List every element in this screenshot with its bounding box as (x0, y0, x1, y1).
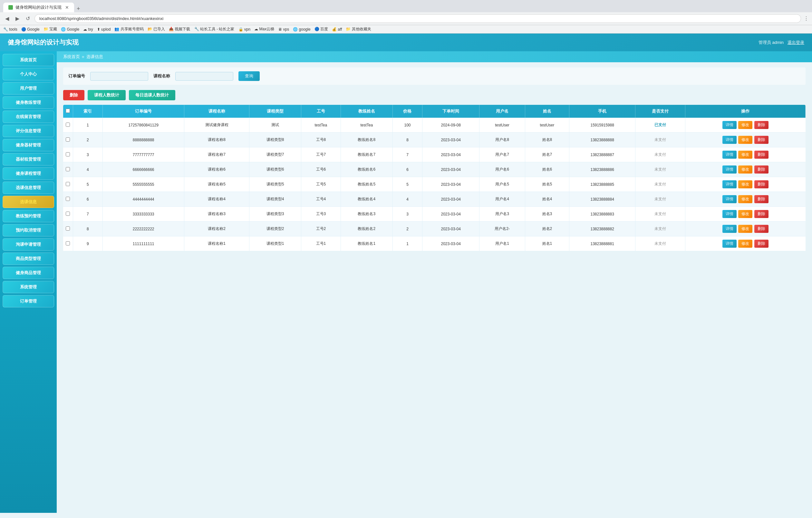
row-phone: 13823888887 (569, 147, 635, 162)
delete-button[interactable]: 删除 (754, 240, 768, 248)
sidebar-item-products[interactable]: 健身商品管理 (3, 267, 54, 279)
data-table: 索引 订单编号 课程名称 课程类型 工号 教练姓名 价格 下单时间 用户名 姓名 (63, 105, 806, 251)
detail-button[interactable]: 详情 (722, 151, 736, 159)
edit-button[interactable]: 修改 (738, 165, 752, 173)
extensions-icon[interactable]: ⋮ (804, 16, 809, 22)
back-button[interactable]: ◀ (3, 15, 11, 22)
delete-button[interactable]: 删除 (754, 195, 768, 203)
delete-button[interactable]: 删除 (754, 165, 768, 173)
sidebar-item-orders[interactable]: 订单管理 (3, 295, 54, 307)
bookmark-vps[interactable]: 🖥 vps (278, 26, 289, 32)
table-header-row: 索引 订单编号 课程名称 课程类型 工号 教练姓名 价格 下单时间 用户名 姓名 (63, 105, 806, 118)
sidebar-item-course-info[interactable]: 选课信息 (3, 196, 54, 208)
bookmark-tools[interactable]: 🔧 tools (3, 26, 18, 32)
row-order-no: 17257860841129 (103, 118, 184, 133)
bookmark-baocang[interactable]: 📁 宝藏 (44, 26, 57, 32)
sidebar-item-courses[interactable]: 健身课程管理 (3, 167, 54, 180)
bookmark-aff[interactable]: 💰 aff (332, 26, 342, 32)
sidebar-item-system[interactable]: 系统管理 (3, 281, 54, 293)
sidebar-item-home[interactable]: 系统首页 (3, 54, 54, 66)
row-select-checkbox[interactable] (66, 212, 70, 216)
delete-button[interactable]: 删除 (754, 121, 768, 129)
batch-delete-button[interactable]: 删除 (63, 90, 84, 100)
bookmark-maxcloud[interactable]: ☁ Max云梯 (254, 26, 274, 32)
bookmark-txy[interactable]: ☁ txy (83, 26, 93, 32)
row-coach-name: testTea (341, 118, 393, 133)
row-username: 用户名5 (480, 177, 525, 192)
sidebar-item-messages[interactable]: 在线留言管理 (3, 111, 54, 123)
sidebar-item-users[interactable]: 用户管理 (3, 82, 54, 94)
delete-button[interactable]: 删除 (754, 210, 768, 218)
course-stats-button[interactable]: 课程人数统计 (88, 90, 126, 100)
bookmark-vpn[interactable]: 🔒 vpn (238, 26, 251, 32)
edit-button[interactable]: 修改 (738, 151, 752, 159)
query-button[interactable]: 查询 (238, 71, 260, 81)
bookmark-video-download[interactable]: 📥 视频下载 (169, 26, 190, 32)
row-select-checkbox[interactable] (66, 167, 70, 171)
row-select-checkbox[interactable] (66, 122, 70, 127)
tab-close-button[interactable]: ✕ (65, 5, 69, 10)
bookmark-google3[interactable]: 🌐 google (293, 26, 310, 32)
detail-button[interactable]: 详情 (722, 121, 736, 129)
sidebar-item-equipment[interactable]: 健身器材管理 (3, 139, 54, 151)
row-course-name: 课程名称3 (184, 207, 250, 222)
row-username: 用户名7 (480, 147, 525, 162)
edit-button[interactable]: 修改 (738, 225, 752, 233)
detail-button[interactable]: 详情 (722, 225, 736, 233)
bookmark-imported[interactable]: 📂 已导入 (148, 26, 165, 32)
logout-button[interactable]: 退出登录 (787, 40, 804, 46)
bookmark-webmaster[interactable]: 🔧 站长工具 - 站长之家 (194, 26, 235, 32)
bookmark-uplod[interactable]: ⬆ uplod (97, 26, 111, 32)
detail-button[interactable]: 详情 (722, 240, 736, 248)
delete-button[interactable]: 删除 (754, 225, 768, 233)
row-actions: 详情 修改 删除 (685, 222, 806, 237)
detail-button[interactable]: 详情 (722, 210, 736, 218)
bookmark-other[interactable]: 📁 其他收藏夹 (346, 26, 371, 32)
edit-button[interactable]: 修改 (738, 121, 752, 129)
edit-button[interactable]: 修改 (738, 240, 752, 248)
edit-button[interactable]: 修改 (738, 210, 752, 218)
sidebar-item-profile[interactable]: 个人中心 (3, 68, 54, 80)
row-select-checkbox[interactable] (66, 226, 70, 230)
row-select-checkbox[interactable] (66, 152, 70, 157)
delete-button[interactable]: 删除 (754, 151, 768, 159)
address-bar[interactable] (34, 14, 801, 23)
course-name-input[interactable] (175, 72, 233, 81)
row-select-checkbox[interactable] (66, 197, 70, 201)
row-course-type: 课程类型5 (250, 177, 301, 192)
daily-stats-button[interactable]: 每日选课人数统计 (129, 90, 175, 100)
row-select-checkbox[interactable] (66, 182, 70, 186)
sidebar-item-course-apply[interactable]: 洵课申请管理 (3, 238, 54, 251)
row-select-checkbox[interactable] (66, 241, 70, 245)
detail-button[interactable]: 详情 (722, 165, 736, 173)
sidebar-item-coaches[interactable]: 健身教练管理 (3, 97, 54, 109)
edit-button[interactable]: 修改 (738, 180, 752, 188)
forward-button[interactable]: ▶ (13, 15, 21, 22)
delete-button[interactable]: 删除 (754, 136, 768, 144)
bookmark-google1[interactable]: 🔵 Google (21, 26, 40, 32)
bookmark-google2[interactable]: 🌐 Google (61, 26, 79, 32)
select-all-checkbox[interactable] (66, 109, 70, 113)
detail-button[interactable]: 详情 (722, 180, 736, 188)
new-tab-button[interactable]: + (74, 5, 83, 12)
delete-button[interactable]: 删除 (754, 180, 768, 188)
bookmark-baidu[interactable]: 🔵 百度 (315, 26, 328, 32)
row-index: 2 (73, 133, 103, 147)
edit-button[interactable]: 修改 (738, 195, 752, 203)
active-tab[interactable]: 健身馆网站的设计与实现 ✕ (3, 3, 74, 12)
edit-button[interactable]: 修改 (738, 136, 752, 144)
reload-button[interactable]: ↺ (24, 15, 32, 22)
detail-button[interactable]: 详情 (722, 195, 736, 203)
sidebar-item-course-select[interactable]: 选课信息管理 (3, 182, 54, 194)
row-real-name: 姓名4 (525, 192, 569, 207)
breadcrumb-home[interactable]: 系统首页 (63, 54, 80, 60)
row-select-checkbox[interactable] (66, 137, 70, 142)
detail-button[interactable]: 详情 (722, 136, 736, 144)
sidebar-item-booking-cancel[interactable]: 预约取消管理 (3, 224, 54, 237)
sidebar-item-product-type[interactable]: 商品类型管理 (3, 252, 54, 265)
sidebar-item-coach-booking[interactable]: 教练预约管理 (3, 210, 54, 222)
sidebar-item-equipment-rental[interactable]: 器材租赁管理 (3, 153, 54, 165)
bookmark-shared-account[interactable]: 👥 共享账号密码 (114, 26, 143, 32)
sidebar-item-ratings[interactable]: 评分信息管理 (3, 125, 54, 137)
order-no-input[interactable] (90, 72, 148, 81)
